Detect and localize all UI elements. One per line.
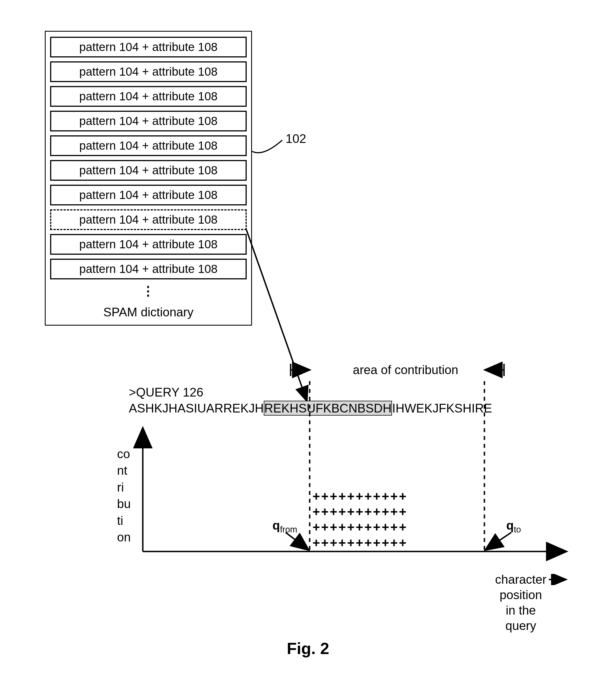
pattern-row-label: pattern 104 + attribute 108 <box>79 262 218 276</box>
q-to-main: q <box>506 518 514 532</box>
q-to-label: qto <box>506 518 521 535</box>
plus-row: +++++++++++ <box>312 489 486 504</box>
q-from-label: qfrom <box>272 518 297 535</box>
plus-row: +++++++++++ <box>312 519 486 535</box>
ylabel-seg: on <box>117 529 131 545</box>
svg-line-0 <box>246 230 307 400</box>
pattern-row-label: pattern 104 + attribute 108 <box>79 213 218 226</box>
query-label: >QUERY 126 <box>129 385 203 399</box>
ylabel-seg: co <box>117 446 131 462</box>
pattern-row: pattern 104 + attribute 108 <box>50 259 247 279</box>
reference-label-102: 102 <box>286 132 306 146</box>
svg-line-10 <box>487 532 511 549</box>
pattern-row-label: pattern 104 + attribute 108 <box>79 188 218 202</box>
pattern-row: pattern 104 + attribute 108 <box>50 111 247 132</box>
pattern-row: pattern 104 + attribute 108 <box>50 37 247 57</box>
q-from-main: q <box>272 518 280 532</box>
dictionary-title: SPAM dictionary <box>50 305 247 319</box>
contribution-fill: +++++++++++ +++++++++++ +++++++++++ ++++… <box>312 489 486 551</box>
svg-line-9 <box>286 532 307 549</box>
x-axis-small-arrow-icon <box>549 574 569 585</box>
area-of-contribution-label: area of contribution <box>353 363 458 377</box>
query-highlight: REKHSUFKBCNBSDH <box>264 401 392 416</box>
figure-title: Fig. 2 <box>0 639 616 658</box>
pattern-row-label: pattern 104 + attribute 108 <box>79 65 218 78</box>
pattern-row: pattern 104 + attribute 108 <box>50 61 247 82</box>
pattern-row-label: pattern 104 + attribute 108 <box>79 238 218 251</box>
x-axis-label: characterpositionin thequery <box>487 572 554 633</box>
diagram-canvas: pattern 104 + attribute 108 pattern 104 … <box>0 0 616 693</box>
ylabel-seg: ti <box>117 512 131 529</box>
pattern-row-label: pattern 104 + attribute 108 <box>79 40 218 54</box>
pattern-row: pattern 104 + attribute 108 <box>50 86 247 107</box>
pattern-row-label: pattern 104 + attribute 108 <box>79 139 218 153</box>
pattern-row-label: pattern 104 + attribute 108 <box>79 90 218 103</box>
query-post: IHWEKJFKSHIRE <box>392 401 492 415</box>
query-sequence: ASHKJHASIUARREKJHREKHSUFKBCNBSDHIHWEKJFK… <box>129 401 492 415</box>
spam-dictionary-box: pattern 104 + attribute 108 pattern 104 … <box>45 31 252 325</box>
ellipsis-icon: ⋮ <box>50 283 247 298</box>
pattern-row: pattern 104 + attribute 108 <box>50 160 247 181</box>
q-to-sub: to <box>514 524 521 534</box>
plus-row: +++++++++++ <box>312 504 486 519</box>
ylabel-seg: bu <box>117 495 131 512</box>
reference-leader-102 <box>252 137 283 165</box>
ylabel-seg: nt <box>117 462 131 479</box>
pattern-row: pattern 104 + attribute 108 <box>50 135 247 156</box>
plus-row: +++++++++++ <box>312 535 486 551</box>
x-axis-label-text: characterpositionin thequery <box>487 572 554 633</box>
pattern-row-label: pattern 104 + attribute 108 <box>79 164 218 177</box>
query-pre: ASHKJHASIUARREKJH <box>129 401 264 415</box>
y-axis-label: co nt ri bu ti on <box>117 446 131 545</box>
q-from-sub: from <box>280 524 297 534</box>
pattern-row: pattern 104 + attribute 108 <box>50 234 247 255</box>
pattern-row-selected: pattern 104 + attribute 108 <box>50 209 247 230</box>
pattern-row-label: pattern 104 + attribute 108 <box>79 114 218 128</box>
pattern-row: pattern 104 + attribute 108 <box>50 185 247 205</box>
ylabel-seg: ri <box>117 479 131 495</box>
